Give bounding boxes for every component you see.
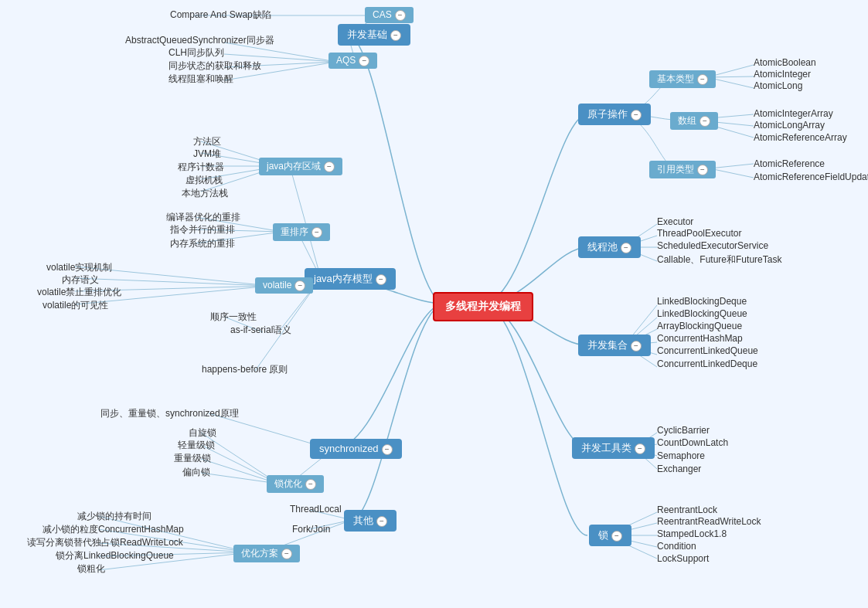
leaf-linkedblockingdeque: LinkedBlockingDeque (657, 296, 747, 307)
leaf-youhua5: 锁粗化 (77, 562, 105, 576)
branch-synchronized[interactable]: synchronized− (310, 439, 402, 459)
leaf-bendifangfazhan: 本地方法栈 (182, 187, 228, 200)
leaf-threadpoolexecutor: ThreadPoolExecutor (657, 228, 741, 239)
center-node[interactable]: 多线程并发编程 (433, 292, 533, 321)
leaf-volatile4: volatile的可见性 (43, 299, 108, 312)
sub-yinyongleixing[interactable]: 引用类型− (649, 161, 716, 178)
sub-javaneicunquyu[interactable]: java内存区域− (259, 158, 342, 175)
branch-bingfagongju[interactable]: 并发工具类− (572, 437, 655, 459)
leaf-pianxiangsuo: 偏向锁 (182, 466, 210, 479)
leaf-youhua3: 读写分离锁替代独占锁ReadWriteLock (27, 536, 183, 549)
svg-line-6 (710, 164, 754, 168)
leaf-fangfaqu: 方法区 (193, 135, 221, 148)
leaf-forkjoin: Fork/Join (292, 524, 330, 535)
branch-qita[interactable]: 其他− (344, 510, 397, 532)
sub-shuzu[interactable]: 数组− (670, 112, 718, 130)
leaf-scheduledexecutorservice: ScheduledExecutorService (657, 240, 768, 251)
leaf-countdownlatch: CountDownLatch (657, 437, 728, 448)
leaf-cyclicbarrier: CyclicBarrier (657, 425, 710, 436)
svg-line-48 (75, 278, 271, 286)
leaf-aqs4: 线程阻塞和唤醒 (168, 73, 233, 86)
sub-suoyouhua[interactable]: 锁优化− (267, 475, 324, 493)
leaf-threadlocal: ThreadLocal (290, 504, 342, 515)
leaf-happens-before: happens-before 原则 (202, 363, 288, 376)
branch-suo[interactable]: 锁− (589, 525, 631, 546)
branch-bingfajihe[interactable]: 并发集合− (578, 335, 651, 356)
leaf-zhiling-chongpai: 指令并行的重排 (170, 223, 235, 236)
center-label: 多线程并发编程 (445, 300, 521, 312)
sub-youhuafangan[interactable]: 优化方案− (233, 545, 300, 562)
leaf-volatile3: volatile禁止重排优化 (37, 286, 121, 299)
leaf-sync-principle: 同步、重量锁、synchronized原理 (100, 407, 239, 420)
leaf-condition: Condition (657, 541, 696, 552)
sub-cas[interactable]: CAS− (365, 7, 414, 23)
sub-aqs[interactable]: AQS− (328, 53, 377, 69)
leaf-stampedlock: StampedLock1.8 (657, 528, 727, 539)
leaf-zixuansuo: 自旋锁 (189, 426, 216, 440)
leaf-chengxujishuqi: 程序计数器 (178, 161, 224, 174)
leaf-bianyiqi-chongpai: 编译器优化的重排 (166, 211, 240, 224)
leaf-aqs2: CLH同步队列 (168, 46, 224, 59)
branch-xianchengchi[interactable]: 线程池− (578, 236, 641, 258)
branch-javaneicunmoxing[interactable]: java内存模型− (305, 268, 396, 290)
leaf-executor: Executor (657, 216, 693, 227)
sub-chongpaixu[interactable]: 重排序− (273, 223, 330, 241)
leaf-concurrentlinkedqueue: ConcurrentLinkedQueue (657, 345, 758, 356)
leaf-atomicintegerarray: AtomicIntegerArray (754, 108, 833, 119)
leaf-exchanger: Exchanger (657, 464, 701, 474)
leaf-arrayblockingqueue: ArrayBlockingQueue (657, 321, 742, 331)
leaf-youhua1: 减少锁的持有时间 (77, 510, 151, 523)
branch-bingfajchu[interactable]: 并发基础− (338, 24, 410, 46)
sub-volatile[interactable]: volatile− (255, 277, 313, 294)
leaf-linkedblockingqueue: LinkedBlockingQueue (657, 308, 747, 319)
leaf-youhua4: 锁分离LinkedBlockingQueue (56, 549, 174, 562)
leaf-atomicreference: AtomicReference (754, 158, 825, 169)
leaf-atomicboolean: AtomicBoolean (754, 57, 816, 68)
branch-yuanzicaozuo[interactable]: 原子操作− (578, 104, 651, 125)
leaf-atomicinteger: AtomicInteger (754, 69, 811, 80)
leaf-volatile2: 内存语义 (62, 273, 99, 287)
leaf-xunijizhan: 虚拟机栈 (186, 174, 223, 187)
leaf-as-if-serial: as-if-serial语义 (230, 324, 291, 337)
leaf-volatile1: volatile实现机制 (46, 261, 112, 274)
leaf-youhua2: 减小锁的粒度ConcurrentHashMap (43, 523, 184, 536)
leaf-aqs1: AbstractQueuedSynchronizer同步器 (125, 34, 274, 47)
leaf-atomiclongarray: AtomicLongArray (754, 120, 825, 131)
leaf-cas-desc: Compare And Swap缺陷 (170, 8, 271, 22)
leaf-atomicreferencefieldupdater: AtomicReferenceFieldUpdater (754, 172, 868, 182)
svg-line-7 (710, 168, 754, 178)
leaf-zhongliangjisuo: 重量级锁 (174, 452, 211, 465)
leaf-neicun-chongpai: 内存系统的重排 (170, 237, 235, 250)
leaf-concurrentlinkeddeque: ConcurrentLinkedDeque (657, 358, 757, 369)
leaf-reentrantlock: ReentrantLock (657, 504, 717, 515)
leaf-shunxuyizhi: 顺序一致性 (210, 311, 257, 324)
leaf-semaphore: Semaphore (657, 450, 705, 461)
leaf-locksupport: LockSupport (657, 553, 709, 564)
leaf-jvmdui: JVM堆 (193, 148, 221, 161)
leaf-atomiclong: AtomicLong (754, 80, 802, 91)
leaf-concurrenthashmap: ConcurrentHashMap (657, 333, 743, 344)
leaf-reentrantreadwritelock: ReentrantReadWriteLock (657, 516, 761, 527)
leaf-atomicreferencearray: AtomicReferenceArray (754, 132, 847, 143)
sub-jibenleixing[interactable]: 基本类型− (649, 70, 716, 88)
svg-line-34 (290, 166, 321, 278)
leaf-qinliangjisuo: 轻量级锁 (178, 439, 215, 452)
leaf-callable-future: Callable、Future和FutureTask (657, 253, 781, 267)
leaf-aqs3: 同步状态的获取和释放 (168, 59, 261, 73)
